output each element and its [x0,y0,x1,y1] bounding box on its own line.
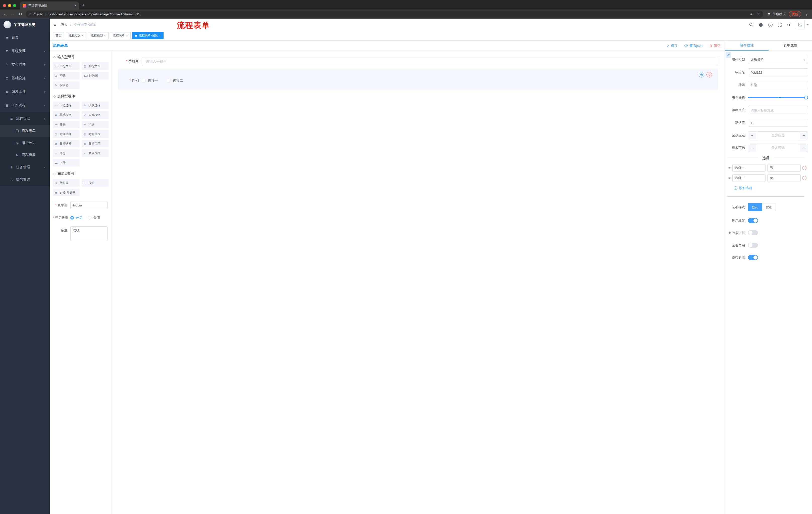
breadcrumb: 首页 / 流程表单-编辑 [61,22,96,27]
sidebar-item[interactable]: ➤ 流程模型 [0,149,50,161]
page-tab[interactable]: 流程表单 × [110,32,130,39]
palette-item[interactable]: ▢ 按钮 [82,179,109,187]
palette-section-label: 选择型组件 [57,94,75,99]
form-meta: 表单名 开启状态 开启 [53,201,109,241]
close-icon[interactable]: × [159,34,161,37]
sidebar-item[interactable]: ⚒ 研发工具 ∨ [0,85,50,99]
back-button[interactable]: ← [3,11,7,17]
gender-checkbox-group: 选项一 选项二 [142,78,183,83]
palette-item[interactable]: ☆ 评分 [53,150,80,157]
selected-widget-gender[interactable]: 性别 选项一 [118,70,406,89]
palette-item[interactable]: ✎ 编辑器 [53,81,80,89]
close-icon[interactable]: × [104,34,106,37]
close-icon[interactable]: × [126,34,128,37]
status-off-radio[interactable]: 关闭 [88,216,100,220]
sidebar-item-label: 用户分组 [22,141,50,145]
browser-toolbar: ← → ↻ ⚠ 不安全 | dashboard.yudao.iocoder.cn… [0,9,406,19]
browser-tab[interactable]: 芋道管理系统 × [20,1,79,9]
palette-item-label: 密码 [60,74,65,78]
address-bar[interactable]: ⚠ 不安全 | dashboard.yudao.iocoder.cn/bpm/m… [26,10,406,18]
palette-item[interactable]: ⋔ 级联选择 [82,102,109,109]
browser-tabstrip: 芋道管理系统 × + [0,0,406,9]
palette-item[interactable]: ▦ 日期选择 [53,140,80,147]
minimize-window-button[interactable] [8,4,11,7]
page-tab[interactable]: 流程表单-编辑 × [132,32,164,39]
close-window-button[interactable] [3,4,6,7]
form-name-input[interactable] [70,201,108,209]
palette-item[interactable]: 123 计数器 [82,72,109,79]
sidebar-item[interactable]: ◎ 用户分组 [0,137,50,149]
form-remark-label: 备注 [53,226,70,234]
palette-grid: ▭ 单行文本 ▤ 多行文本 ⊡ [53,62,109,89]
palette-item[interactable]: ◴ 时间范围 [82,130,109,138]
palette-section-label: 布局型组件 [57,171,75,176]
status-on-radio[interactable]: 开启 [70,216,82,220]
checkbox-label: 选项一 [148,78,158,83]
sidebar-item[interactable]: ▤ 工作流程 ∧ [0,99,50,112]
page-tab[interactable]: 流程定义 × [66,32,86,39]
sidebar-item-label: 首页 [11,35,50,40]
palette-item[interactable]: ▩ 日期范围 [82,140,109,147]
palette-item-icon: ▭ [55,64,58,68]
phone-field-input[interactable] [142,57,406,66]
chevron-icon: ∧ [44,117,46,120]
form-remark-textarea[interactable]: 嘿嘿 [70,226,108,241]
browser-chrome: 芋道管理系统 × + ← → ↻ ⚠ 不安全 | dashboard.yudao… [0,0,406,19]
reload-button[interactable]: ↻ [19,11,22,17]
gender-checkbox-option[interactable]: 选项二 [167,78,183,83]
checkbox[interactable] [167,79,170,82]
url-text[interactable]: dashboard.yudao.iocoder.cn/bpm/manager/f… [48,12,406,16]
sidebar-item[interactable]: ◉ 首页 [0,31,50,44]
palette-item[interactable]: ▤ 多行文本 [82,62,109,70]
palette-item[interactable]: ▦ 表格[开发中] [53,189,80,196]
palette-item[interactable]: ◐ 颜色选择 [82,150,109,157]
close-icon[interactable]: × [82,34,84,37]
sidebar: 芋道管理系统 ◉ 首页 ⚙ 系统管理 ∨ ¥ 支付管理 [0,19,50,257]
palette-item-label: 开关 [60,123,65,127]
palette-item-icon: ⊸ [84,123,87,126]
palette-item-label: 日期选择 [60,141,71,146]
maximize-window-button[interactable] [13,4,16,7]
palette-item[interactable]: ◷ 时间选择 [53,130,80,138]
app-logo[interactable]: 芋道管理系统 [0,19,50,31]
sidebar-item-icon: ❏ [15,129,19,133]
sidebar-item-icon: ◉ [5,36,9,39]
new-tab-button[interactable]: + [82,2,85,8]
sidebar-item[interactable]: ❏ 流程表单 [0,125,50,137]
palette-item[interactable]: ☁ 上传 [53,159,80,166]
palette-grid: ⊙ 下拉选择 ⋔ 级联选择 ◉ [53,102,109,166]
page-tab[interactable]: 首页 × [53,32,64,39]
palette-item[interactable]: ⊙ 下拉选择 [53,102,80,109]
sidebar-item[interactable]: ¥ 支付管理 ∨ [0,58,50,72]
breadcrumb-home[interactable]: 首页 [61,22,68,27]
page-tab-label: 首页 [56,33,62,38]
sidebar-collapse-icon[interactable]: ≡ [54,22,57,27]
page-tab[interactable]: 流程模型 × [88,32,109,39]
close-icon[interactable]: × [75,3,76,7]
palette-item[interactable]: ⊸ 滑块 [82,121,109,128]
palette-item[interactable]: ⊞ 行容器 [53,179,80,187]
palette-item[interactable]: ⊡ 密码 [53,72,80,79]
radio-dot [70,216,74,219]
sidebar-item-icon: ⋔ [9,165,13,169]
designer-header: 流程表单 ✓ 保存 [50,41,406,51]
logo-image [3,21,11,28]
palette-item-icon: ⊙ [55,104,58,107]
palette-item[interactable]: ◉ 单选框组 [53,111,80,119]
palette-item[interactable]: ▭ 单行文本 [53,62,80,70]
palette-item-icon: ▢ [84,181,87,185]
palette-item[interactable]: ☑ 多选框组 [82,111,109,119]
sidebar-item[interactable]: ♙ 请假查询 [0,173,50,186]
sidebar-item[interactable]: ⚙ 系统管理 ∨ [0,44,50,58]
palette-item-icon: ◷ [55,133,58,136]
sidebar-item-process-management[interactable]: ≣ 流程管理 ∧ [0,112,50,125]
gender-checkbox-option[interactable]: 选项一 [142,78,158,83]
palette-item-label: 时间选择 [60,132,71,136]
palette-item[interactable]: ⊶ 开关 [53,121,80,128]
checkbox[interactable] [142,79,145,82]
sidebar-item-label: 请假查询 [16,178,50,182]
chevron-icon: ∨ [44,63,46,66]
forward-button[interactable]: → [11,11,15,17]
sidebar-item[interactable]: ⊡ 基础设施 ∨ [0,72,50,85]
sidebar-item[interactable]: ⋔ 任务管理 ∨ [0,161,50,173]
